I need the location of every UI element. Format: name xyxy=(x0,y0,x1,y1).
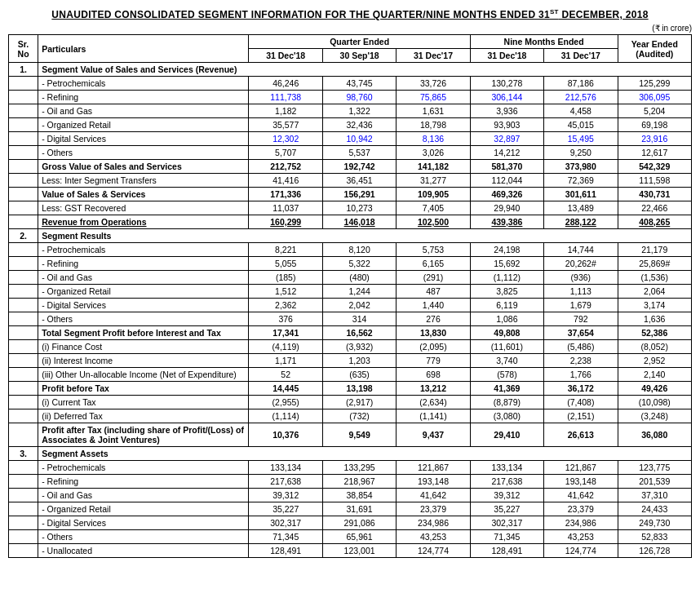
data-cell: 37,310 xyxy=(618,489,691,502)
sr-cell xyxy=(9,396,38,409)
data-cell: 9,437 xyxy=(397,423,470,447)
sr-cell xyxy=(9,340,38,354)
table-row: Gross Value of Sales and Services212,752… xyxy=(9,160,692,174)
sr-cell xyxy=(9,132,38,146)
data-cell: 112,044 xyxy=(470,174,543,188)
data-cell: (8,052) xyxy=(618,340,691,354)
data-cell: 52,386 xyxy=(618,326,691,340)
sr-cell xyxy=(9,423,38,447)
sr-cell xyxy=(9,475,38,489)
sr-cell: 1. xyxy=(9,63,38,77)
table-row: (ii) Interest Income1,1711,2037793,7402,… xyxy=(9,354,692,368)
data-cell: 52,833 xyxy=(618,530,691,544)
data-cell: 29,940 xyxy=(470,201,543,215)
table-row: - Oil and Gas(185)(480)(291)(1,112)(936)… xyxy=(9,271,692,285)
data-cell: 5,055 xyxy=(249,257,322,271)
data-cell: 306,095 xyxy=(618,91,691,104)
data-cell: (480) xyxy=(322,271,396,285)
particulars-cell: Profit after Tax (including share of Pro… xyxy=(38,423,249,447)
data-cell: 52 xyxy=(249,368,322,382)
table-row: - Others5,7075,5373,02614,2129,25012,617 xyxy=(9,146,692,160)
sr-cell xyxy=(9,285,38,299)
data-cell: 26,613 xyxy=(544,423,618,447)
data-cell: 306,144 xyxy=(470,91,543,104)
data-cell: 18,798 xyxy=(397,118,470,132)
sr-cell xyxy=(9,257,38,271)
col5-header: 31 Dec'17 xyxy=(544,49,618,63)
data-cell: 24,433 xyxy=(618,502,691,516)
data-cell: 32,897 xyxy=(470,132,543,146)
data-cell: 36,451 xyxy=(322,174,396,188)
data-cell: (578) xyxy=(470,368,543,382)
particulars-cell: - Digital Services xyxy=(38,132,249,146)
data-cell: (7,408) xyxy=(544,396,618,409)
data-cell: 408,265 xyxy=(618,215,691,229)
data-cell: 31,691 xyxy=(322,502,396,516)
sr-cell xyxy=(9,104,38,118)
data-cell: 792 xyxy=(544,312,618,326)
data-cell: 193,148 xyxy=(397,475,470,489)
data-cell: (2,634) xyxy=(397,396,470,409)
table-row: Value of Sales & Services171,336156,2911… xyxy=(9,188,692,201)
data-cell: 126,728 xyxy=(618,544,691,558)
data-cell: 41,642 xyxy=(397,489,470,502)
data-cell: 5,322 xyxy=(322,257,396,271)
data-cell: 11,037 xyxy=(249,201,322,215)
data-cell: 217,638 xyxy=(470,475,543,489)
table-row: - Others71,34565,96143,25371,34543,25352… xyxy=(9,530,692,544)
data-cell: 314 xyxy=(322,312,396,326)
table-row: - Organized Retail1,5121,2444873,8251,11… xyxy=(9,285,692,299)
data-cell: 6,119 xyxy=(470,299,543,312)
data-cell: 98,760 xyxy=(322,91,396,104)
sr-cell xyxy=(9,461,38,475)
main-title: UNAUDITED CONSOLIDATED SEGMENT INFORMATI… xyxy=(8,8,692,20)
data-cell: (3,248) xyxy=(618,409,691,423)
col4-header: 31 Dec'18 xyxy=(470,49,543,63)
data-cell: 123,775 xyxy=(618,461,691,475)
header-row-1: Sr. No Particulars Quarter Ended Nine Mo… xyxy=(9,35,692,49)
data-cell: 41,416 xyxy=(249,174,322,188)
table-row: - Refining5,0555,3226,16515,69220,262#25… xyxy=(9,257,692,271)
data-cell: 49,808 xyxy=(470,326,543,340)
data-cell: (8,879) xyxy=(470,396,543,409)
data-cell: 123,001 xyxy=(322,544,396,558)
data-cell: 276 xyxy=(397,312,470,326)
data-cell: 124,774 xyxy=(397,544,470,558)
data-cell: (2,955) xyxy=(249,396,322,409)
col3-header: 31 Dec'17 xyxy=(397,49,470,63)
data-cell: 36,080 xyxy=(618,423,691,447)
data-cell: 49,426 xyxy=(618,382,691,396)
sr-cell xyxy=(9,502,38,516)
data-cell: 14,744 xyxy=(544,243,618,257)
sr-cell xyxy=(9,77,38,91)
data-cell: (11,601) xyxy=(470,340,543,354)
table-row: - Digital Services302,317291,086234,9863… xyxy=(9,516,692,530)
particulars-cell: (i) Current Tax xyxy=(38,396,249,409)
table-row: (i) Current Tax(2,955)(2,917)(2,634)(8,8… xyxy=(9,396,692,409)
particulars-cell: - Oil and Gas xyxy=(38,489,249,502)
data-cell: 21,179 xyxy=(618,243,691,257)
sr-cell xyxy=(9,530,38,544)
title-sup: ST xyxy=(550,8,559,15)
data-cell: 46,246 xyxy=(249,77,322,91)
particulars-cell: - Others xyxy=(38,312,249,326)
table-row: - Organized Retail35,22731,69123,37935,2… xyxy=(9,502,692,516)
table-row: 3.Segment Assets xyxy=(9,447,692,461)
particulars-cell: Value of Sales & Services xyxy=(38,188,249,201)
data-cell: 3,936 xyxy=(470,104,543,118)
data-cell: (1,141) xyxy=(397,409,470,423)
table-body: 1.Segment Value of Sales and Services (R… xyxy=(9,63,692,558)
year-ended-header: Year Ended (Audited) xyxy=(618,35,691,63)
data-cell: (185) xyxy=(249,271,322,285)
data-cell: (2,151) xyxy=(544,409,618,423)
table-row: - Organized Retail35,57732,43618,79893,9… xyxy=(9,118,692,132)
data-cell: 1,512 xyxy=(249,285,322,299)
data-cell: 291,086 xyxy=(322,516,396,530)
data-cell: 5,204 xyxy=(618,104,691,118)
quarter-ended-header: Quarter Ended xyxy=(249,35,470,49)
data-cell: 23,379 xyxy=(397,502,470,516)
data-cell: 38,854 xyxy=(322,489,396,502)
data-cell: 35,227 xyxy=(470,502,543,516)
sr-cell xyxy=(9,409,38,423)
data-cell: 121,867 xyxy=(544,461,618,475)
